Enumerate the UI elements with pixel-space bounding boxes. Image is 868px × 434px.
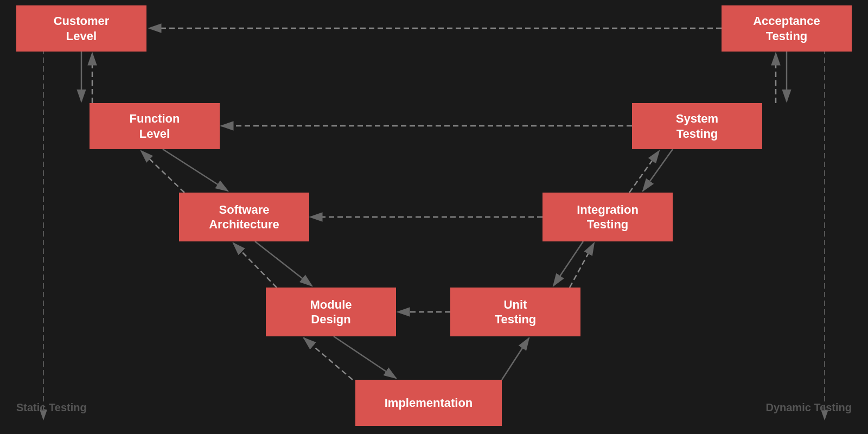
static-testing-label: Static Testing bbox=[16, 401, 87, 414]
svg-line-20 bbox=[502, 338, 529, 380]
integration-testing-box: IntegrationTesting bbox=[542, 193, 673, 241]
arrows-svg bbox=[0, 0, 868, 434]
svg-line-11 bbox=[643, 149, 673, 191]
system-testing-box: SystemTesting bbox=[632, 103, 762, 149]
diagram-container: CustomerLevelAcceptanceTestingFunctionLe… bbox=[0, 0, 868, 434]
acceptance-testing-box: AcceptanceTesting bbox=[722, 5, 852, 52]
svg-line-13 bbox=[255, 241, 312, 286]
dynamic-testing-label: Dynamic Testing bbox=[765, 401, 852, 414]
svg-line-14 bbox=[233, 243, 277, 288]
implementation-box: Implementation bbox=[355, 380, 502, 426]
svg-line-16 bbox=[553, 241, 583, 286]
function-level-box: FunctionLevel bbox=[90, 103, 220, 149]
svg-line-17 bbox=[570, 243, 594, 288]
svg-line-12 bbox=[629, 151, 659, 193]
unit-testing-box: UnitTesting bbox=[450, 288, 580, 336]
software-architecture-box: SoftwareArchitecture bbox=[179, 193, 309, 241]
svg-line-8 bbox=[163, 149, 228, 191]
module-design-box: ModuleDesign bbox=[266, 288, 396, 336]
customer-level-box: CustomerLevel bbox=[16, 5, 146, 52]
svg-line-9 bbox=[141, 151, 184, 193]
